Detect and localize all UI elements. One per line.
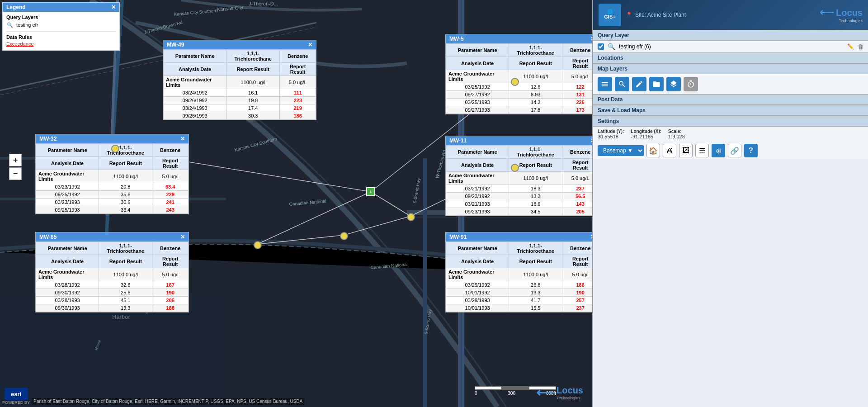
close-mw49[interactable]: ✕ — [308, 42, 312, 48]
well-id-mw91: MW-91 — [449, 234, 467, 240]
table-row: 09/26/1992 — [164, 97, 226, 104]
scale-300: 300 — [508, 391, 515, 396]
close-mw11[interactable]: ✕ — [590, 137, 592, 144]
well-popup-header-mw11: MW-11 ✕ — [446, 136, 592, 145]
map-area[interactable]: Kansas City... J-Theron-D... J-Theron-Br… — [0, 0, 592, 407]
help-button[interactable]: ? — [744, 144, 758, 157]
legend-close-icon[interactable]: ✕ — [111, 4, 116, 10]
close-mw91[interactable]: ✕ — [590, 234, 592, 240]
query-layer-delete-icon[interactable]: 🗑 — [858, 43, 863, 50]
close-mw85[interactable]: ✕ — [180, 234, 185, 240]
well-id-mw5: MW-5 — [449, 36, 464, 42]
well-marker-mid[interactable] — [340, 232, 348, 240]
benz-limit: 5.0 ug/L — [280, 76, 316, 89]
latitude-label: Latitude (Y): — [598, 129, 624, 134]
legend-body: Query Layers 🔍 testing efr Data Rules Ex… — [3, 12, 119, 50]
well-marker-mw32[interactable] — [111, 145, 119, 153]
well-marker-center[interactable]: + — [366, 187, 375, 196]
site-name: Site: Acme Site Plant — [635, 12, 686, 18]
save-load-maps-section[interactable]: Save & Load Maps — [593, 105, 868, 116]
settings-section: Settings — [593, 116, 868, 127]
map-layer-icon-4[interactable] — [649, 77, 664, 91]
query-layers-label: Query Layers — [6, 14, 116, 20]
well-popup-mw85: MW-85 ✕ Parameter Name 1,1,1-Trichloroet… — [35, 232, 189, 312]
well-marker-mw85[interactable] — [254, 241, 262, 249]
query-layer-checkbox[interactable] — [598, 43, 604, 50]
table-row: 03/24/1993 — [164, 104, 226, 112]
link-button[interactable]: 🔗 — [728, 144, 741, 157]
svg-text:J-Theron-D...: J-Theron-D... — [249, 1, 278, 6]
well-marker-mw91[interactable] — [407, 213, 415, 221]
well-id-mw11: MW-11 — [449, 137, 467, 144]
right-panel: 🌐 GIS+ 📍 Site: Acme Site Plant ⟵ Locus T… — [592, 0, 868, 407]
home-button[interactable]: 🏠 — [646, 144, 660, 157]
panel-header: 🌐 GIS+ 📍 Site: Acme Site Plant ⟵ Locus T… — [593, 0, 868, 30]
svg-text:Harbor: Harbor — [112, 313, 130, 320]
well-id-mw85: MW-85 — [39, 234, 57, 240]
powered-by-label: POWERED BY — [2, 400, 30, 405]
query-search-icon: 🔍 — [608, 43, 615, 50]
map-layers-section: Map Layers — [593, 63, 868, 74]
query-layer-edit-icon[interactable]: ✏️ — [847, 43, 854, 50]
map-layer-icon-1[interactable] — [598, 77, 612, 91]
well-popup-mw5: MW-5 ✕ Parameter Name 1,1,1-Trichloroeth… — [445, 34, 592, 114]
longitude-label: Longitude (X): — [631, 129, 661, 134]
well-popup-header-mw49: MW-49 ✕ — [163, 40, 316, 49]
locus-header-logo: ⟵ Locus Technologies — [820, 7, 863, 23]
map-layer-icon-2[interactable] — [615, 77, 629, 91]
list-button[interactable]: ☰ — [695, 144, 709, 157]
site-icon: 📍 — [626, 12, 632, 18]
data-rules-label: Data Rules — [6, 34, 116, 40]
map-layers-icons-row — [593, 74, 868, 94]
close-mw32[interactable]: ✕ — [180, 136, 185, 142]
close-mw5[interactable]: ✕ — [590, 36, 592, 42]
map-layer-icon-6[interactable] — [684, 77, 698, 91]
zoom-controls: + − — [9, 154, 22, 180]
locus-text: Locus — [557, 385, 583, 396]
site-info: 📍 Site: Acme Site Plant — [621, 12, 820, 18]
query-layer-label: testing efr (6) — [619, 43, 844, 50]
locus-brand: Locus — [836, 8, 863, 18]
longitude-group: Longitude (X): -91.21165 — [631, 129, 661, 139]
latitude-group: Latitude (Y): 30.55518 — [598, 129, 624, 139]
legend-exceedance-item: Exceedance — [6, 41, 116, 47]
scale-label: Scale: — [668, 129, 685, 134]
legend-query-item: 🔍 testing efr — [6, 21, 116, 28]
well-popup-mw49: MW-49 ✕ Parameter Name 1,1,1-Trichloroet… — [163, 40, 316, 120]
well-id-mw32: MW-32 — [39, 136, 57, 142]
panel-logo: 🌐 GIS+ — [599, 4, 621, 26]
image-button[interactable]: 🖼 — [679, 144, 693, 157]
post-data-section: Post Data — [593, 94, 868, 105]
well-popup-header-mw32: MW-32 ✕ — [36, 134, 189, 143]
limits-label: Acme Groundwater Limits — [164, 76, 226, 89]
query-layer-row: 🔍 testing efr (6) ✏️ 🗑 — [593, 41, 868, 52]
well-marker-mw5[interactable] — [511, 78, 519, 86]
well-marker-mw11[interactable] — [511, 164, 519, 172]
locus-sub: Technologies — [557, 396, 583, 400]
map-attribution: Parish of East Baton Rouge, City of Bato… — [32, 398, 304, 405]
zoom-in-button[interactable]: + — [9, 154, 22, 166]
table-row: 03/24/1992 — [164, 89, 226, 97]
locate-button[interactable]: ⊕ — [712, 144, 725, 157]
exceedance-label: Exceedance — [6, 41, 34, 47]
legend-header: Legend ✕ — [3, 3, 119, 12]
zoom-out-button[interactable]: − — [9, 167, 22, 180]
legend-title: Legend — [6, 4, 26, 10]
well-popup-header-mw91: MW-91 ✕ — [446, 232, 592, 241]
latitude-value: 30.55518 — [598, 134, 624, 139]
map-layer-icon-5[interactable] — [666, 77, 681, 91]
col-param-name: Parameter Name — [164, 50, 226, 63]
scale-group: Scale: 1:9,028 — [668, 129, 685, 139]
search-icon: 🔍 — [6, 21, 14, 28]
tce-limit: 1100.0 ug/l — [226, 76, 280, 89]
gis-plus-logo: 🌐 GIS+ — [599, 4, 621, 26]
well-id-mw49: MW-49 — [167, 42, 184, 48]
basemap-dropdown[interactable]: Basemap ▼ — [598, 145, 644, 156]
basemap-row: Basemap ▼ 🏠 🖨 🖼 ☰ ⊕ 🔗 ? — [593, 142, 868, 160]
scale-value: 1:9,028 — [668, 134, 685, 139]
map-layer-icon-3[interactable] — [632, 77, 646, 91]
locus-footer-logo: ⟵ Locus Technologies — [536, 385, 583, 400]
well-popup-mw91: MW-91 ✕ Parameter Name 1,1,1-Trichloroet… — [445, 232, 592, 312]
print-button[interactable]: 🖨 — [663, 144, 676, 157]
well-popup-mw11: MW-11 ✕ Parameter Name 1,1,1-Trichloroet… — [445, 136, 592, 216]
